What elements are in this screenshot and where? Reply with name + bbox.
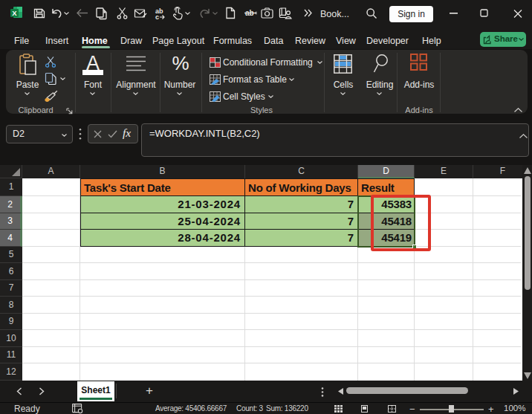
svg-text:c: c — [155, 13, 159, 20]
svg-text:X: X — [12, 9, 17, 17]
